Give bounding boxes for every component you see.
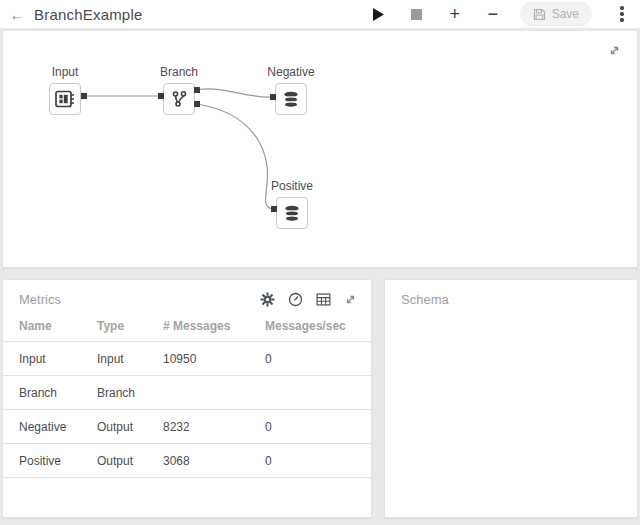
- gear-icon[interactable]: [260, 292, 275, 307]
- cell-type: Output: [81, 410, 147, 444]
- app-window: ← BranchExample + − Save: [0, 0, 640, 525]
- cell-messages: [147, 376, 249, 410]
- zoom-out-button[interactable]: −: [486, 6, 500, 22]
- input-window-icon: [55, 90, 75, 108]
- node-label: Negative: [251, 63, 331, 81]
- cell-name: Input: [3, 342, 81, 376]
- port-positive-in: [271, 206, 277, 212]
- port-input-out: [81, 93, 87, 99]
- node-box-negative[interactable]: [275, 83, 307, 115]
- schema-panel: Schema: [384, 279, 638, 518]
- port-branch-in: [158, 93, 164, 99]
- node-label: Input: [25, 63, 105, 81]
- stop-icon: [411, 9, 422, 20]
- metrics-title: Metrics: [19, 292, 61, 307]
- cell-messages: 10950: [147, 342, 249, 376]
- schema-title: Schema: [401, 292, 623, 307]
- port-branch-out-top: [194, 87, 200, 93]
- node-positive: Positive: [252, 177, 332, 229]
- kebab-menu-icon[interactable]: [616, 6, 628, 21]
- zoom-in-button[interactable]: +: [448, 6, 462, 22]
- clock-icon[interactable]: [288, 292, 303, 307]
- metrics-table-header: Name Type # Messages Messages/sec: [3, 315, 371, 342]
- expand-diagonal-icon[interactable]: [344, 293, 357, 306]
- port-negative-in: [270, 94, 276, 100]
- column-header-name: Name: [3, 315, 81, 342]
- cell-messages: 8232: [147, 410, 249, 444]
- save-icon: [533, 8, 546, 21]
- node-branch: Branch: [139, 63, 219, 115]
- toolbar: + − Save: [372, 2, 628, 26]
- page-title: BranchExample: [34, 6, 143, 23]
- cell-type: Branch: [81, 376, 147, 410]
- database-icon: [282, 91, 300, 108]
- pipeline-canvas[interactable]: Input Branch: [2, 30, 638, 268]
- cell-rate: [249, 376, 371, 410]
- metrics-table: Name Type # Messages Messages/sec Input …: [3, 315, 371, 478]
- cell-rate: 0: [249, 410, 371, 444]
- cell-name: Positive: [3, 444, 81, 478]
- column-header-messages: # Messages: [147, 315, 249, 342]
- cell-name: Negative: [3, 410, 81, 444]
- column-header-type: Type: [81, 315, 147, 342]
- play-button[interactable]: [372, 6, 386, 22]
- node-box-branch[interactable]: [163, 83, 195, 115]
- column-header-rate: Messages/sec: [249, 315, 371, 342]
- cell-rate: 0: [249, 444, 371, 478]
- node-input: Input: [25, 63, 105, 115]
- port-branch-out-bottom: [194, 101, 200, 107]
- cell-messages: 3068: [147, 444, 249, 478]
- cell-type: Input: [81, 342, 147, 376]
- branch-icon: [170, 90, 188, 108]
- node-box-positive[interactable]: [276, 197, 308, 229]
- save-button[interactable]: Save: [520, 2, 592, 26]
- stop-button[interactable]: [410, 6, 424, 22]
- cell-rate: 0: [249, 342, 371, 376]
- node-label: Branch: [139, 63, 219, 81]
- table-icon[interactable]: [316, 292, 331, 307]
- table-row[interactable]: Positive Output 3068 0: [3, 444, 371, 478]
- expand-diagonal-icon[interactable]: [608, 43, 621, 61]
- node-box-input[interactable]: [49, 83, 81, 115]
- node-negative: Negative: [251, 63, 331, 115]
- back-icon[interactable]: ←: [0, 6, 34, 23]
- save-button-label: Save: [552, 7, 579, 21]
- database-icon: [283, 205, 301, 222]
- metrics-panel: Metrics: [2, 279, 372, 518]
- node-label: Positive: [252, 177, 332, 195]
- top-bar: ← BranchExample + − Save: [0, 0, 640, 28]
- table-row[interactable]: Negative Output 8232 0: [3, 410, 371, 444]
- play-icon: [373, 8, 384, 21]
- cell-name: Branch: [3, 376, 81, 410]
- table-row[interactable]: Branch Branch: [3, 376, 371, 410]
- cell-type: Output: [81, 444, 147, 478]
- table-row[interactable]: Input Input 10950 0: [3, 342, 371, 376]
